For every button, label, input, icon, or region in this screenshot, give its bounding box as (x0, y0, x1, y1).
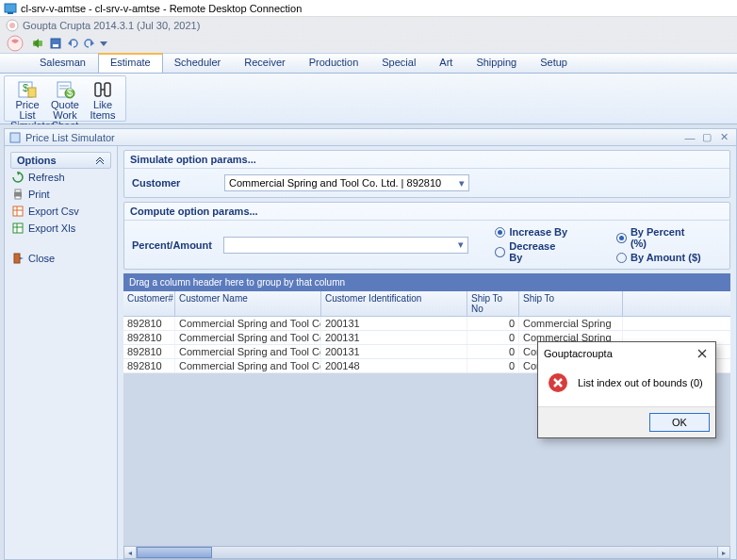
error-icon (548, 372, 568, 393)
radio-by-amount[interactable]: By Amount ($) (616, 252, 703, 263)
radio-icon (616, 233, 627, 243)
grid-group-bar[interactable]: Drag a column header here to group by th… (123, 273, 730, 291)
cell: 892810 (123, 331, 175, 344)
grid-col-ship-to-no[interactable]: Ship To No (467, 291, 519, 316)
menu-tab-scheduler[interactable]: Scheduler (163, 54, 234, 73)
radio-by-percent[interactable]: By Percent (%) (616, 226, 703, 249)
ribbon-btn-label: Like Items (86, 100, 120, 121)
scroll-right-button[interactable]: ▸ (717, 546, 730, 559)
app-orb-icon[interactable] (6, 35, 28, 52)
ribbon-group-estimate: $ Price List Simulator $ Quote Work Shee… (4, 75, 126, 122)
menu-tab-salesman[interactable]: Salesman (28, 54, 98, 73)
menu-tab-art[interactable]: Art (428, 54, 465, 73)
mdi-title-bar: Price List Simulator — ▢ ✕ (5, 129, 736, 146)
menu-tab-special[interactable]: Special (370, 54, 428, 73)
customer-combo[interactable]: Commercial Spring and Tool Co. Ltd. | 89… (224, 174, 469, 191)
cell: Commercial Spring and Tool Co. Ltd. (175, 345, 321, 358)
radio-label: Increase By (509, 226, 567, 238)
svg-marker-11 (100, 41, 107, 46)
cell: 0 (467, 345, 519, 358)
option-label: Print (28, 189, 50, 200)
grid-col-customer-identification[interactable]: Customer Identification (321, 291, 467, 316)
compute-panel: Compute option params... Percent/Amount … (123, 202, 730, 270)
options-header-label: Options (17, 155, 57, 166)
menu-tab-receiver[interactable]: Receiver (233, 54, 297, 73)
app-title-text: Goupta Crupta 2014.3.1 (Jul 30, 2021) (23, 20, 200, 31)
option-refresh[interactable]: Refresh (10, 169, 111, 186)
mdi-title-text: Price List Simulator (25, 132, 115, 143)
error-dialog-titlebar: Gouptacroupta (538, 342, 715, 365)
menu-tab-production[interactable]: Production (298, 54, 371, 73)
option-export-csv[interactable]: Export Csv (10, 203, 111, 220)
mdi-window-icon (8, 131, 22, 144)
radio-label: Decrease By (509, 240, 571, 263)
svg-marker-6 (33, 39, 39, 48)
rdp-title-bar: cl-srv-v-amtse - cl-srv-v-amtse - Remote… (0, 0, 737, 17)
option-export-xls[interactable]: Export Xls (10, 220, 111, 237)
scroll-thumb[interactable] (137, 547, 212, 558)
grid-hscroll[interactable]: ◂ ▸ (123, 546, 730, 559)
radio-label: By Percent (%) (631, 226, 703, 249)
qa-dropdown-icon[interactable] (100, 37, 107, 50)
svg-rect-1 (8, 12, 13, 14)
menu-tab-shipping[interactable]: Shipping (465, 54, 529, 73)
simulate-panel-header: Simulate option params... (124, 151, 729, 169)
cell: 892810 (123, 359, 175, 372)
grid-col-customer-number[interactable]: Customer# (123, 291, 175, 316)
rdp-title: cl-srv-v-amtse - cl-srv-v-amtse - Remote… (21, 3, 302, 14)
error-dialog-ok-button[interactable]: OK (649, 413, 710, 432)
radio-decrease-by[interactable]: Decrease By (495, 240, 571, 263)
option-print[interactable]: Print (10, 186, 111, 203)
customer-label: Customer (132, 177, 217, 189)
cell: Commercial Spring (519, 317, 623, 330)
scroll-left-button[interactable]: ◂ (123, 546, 137, 559)
error-dialog-close-button[interactable] (695, 346, 710, 361)
svg-rect-20 (95, 83, 101, 96)
print-icon (12, 189, 24, 200)
collapse-chevron-icon (95, 156, 105, 165)
nav-back-icon[interactable] (32, 37, 45, 50)
mdi-maximize-button[interactable]: ▢ (698, 131, 715, 143)
svg-rect-27 (15, 196, 21, 199)
cell: Commercial Spring and Tool Co. Ltd. (175, 359, 321, 372)
export-csv-icon (12, 206, 24, 217)
close-door-icon (12, 253, 24, 264)
compute-panel-header: Compute option params... (124, 203, 729, 221)
cell: 200131 (321, 345, 467, 358)
options-sidebar: Options Refresh Print Export Csv Export … (5, 146, 118, 559)
radio-increase-by[interactable]: Increase By (495, 226, 571, 238)
redo-icon[interactable] (83, 37, 96, 50)
refresh-icon (12, 172, 24, 183)
svg-rect-28 (13, 206, 23, 216)
app-icon (6, 19, 19, 32)
radio-label: By Amount ($) (631, 252, 701, 263)
app-window: Goupta Crupta 2014.3.1 (Jul 30, 2021) Sa… (0, 17, 737, 560)
svg-rect-0 (5, 4, 16, 12)
svg-rect-21 (105, 83, 110, 96)
cell: Commercial Spring and Tool Co. Ltd. (175, 331, 321, 344)
main-menu: Salesman Estimate Scheduler Receiver Pro… (0, 53, 737, 74)
chevron-down-icon: ▾ (458, 239, 464, 251)
svg-text:$: $ (67, 87, 73, 98)
svg-rect-8 (53, 44, 58, 47)
table-row[interactable]: 892810Commercial Spring and Tool Co. Ltd… (123, 317, 730, 331)
menu-tab-estimate[interactable]: Estimate (98, 53, 163, 73)
options-header[interactable]: Options (10, 152, 111, 169)
option-label: Close (28, 253, 55, 264)
mdi-minimize-button[interactable]: — (681, 132, 698, 143)
svg-point-3 (9, 23, 15, 28)
save-icon[interactable] (49, 37, 62, 50)
option-close[interactable]: Close (10, 250, 111, 267)
mdi-close-button[interactable]: ✕ (715, 131, 732, 143)
grid-col-customer-name[interactable]: Customer Name (175, 291, 321, 316)
scroll-track[interactable] (137, 546, 717, 559)
menu-tab-setup[interactable]: Setup (529, 54, 580, 73)
option-label: Export Csv (28, 206, 79, 217)
radio-icon (616, 253, 627, 263)
percent-amount-combo[interactable]: ▾ (223, 237, 468, 254)
option-label: Refresh (28, 172, 65, 183)
price-list-simulator-icon: $ (10, 79, 44, 100)
svg-rect-26 (15, 189, 21, 192)
undo-icon[interactable] (66, 37, 79, 50)
grid-col-ship-to[interactable]: Ship To (519, 291, 623, 316)
